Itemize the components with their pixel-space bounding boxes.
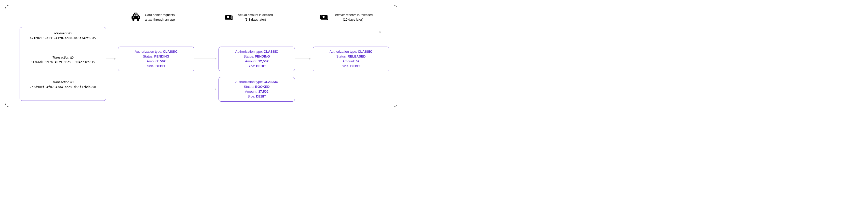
svg-point-11 (227, 16, 229, 18)
id-panel: Payment ID e21b8c16-a131-41f8-ab80-0e6f7… (20, 27, 106, 101)
event3-line1: Leftover reserve is released (333, 13, 373, 17)
transaction1-section: Transaction ID 31766d1-597a-4979-93d5-19… (20, 44, 106, 75)
auth-card-released: Authorization type: CLASSIC Status: RELE… (313, 46, 389, 71)
auth-card-debited: Authorization type: CLASSIC Status: PEND… (219, 46, 295, 71)
svg-point-13 (230, 18, 231, 18)
event-reserve-released: Leftover reserve is released (10 days la… (319, 12, 373, 22)
svg-point-8 (137, 19, 139, 21)
connector-arrow (194, 56, 219, 58)
connector-arrow (295, 56, 313, 58)
auth-card-booked: Authorization type: CLASSIC Status: BOOK… (219, 77, 295, 102)
svg-rect-4 (132, 16, 140, 19)
transaction1-label: Transaction ID (23, 55, 103, 60)
svg-rect-3 (136, 14, 137, 16)
svg-point-5 (133, 17, 134, 18)
svg-point-12 (225, 15, 226, 16)
transaction1-value: 31766d1-597a-4979-93d5-1904e73cb315 (23, 60, 103, 64)
payment-lifecycle-diagram: Payment ID e21b8c16-a131-41f8-ab80-0e6f7… (5, 5, 397, 107)
auth-card-initial: Authorization type: CLASSIC Status: PEND… (118, 46, 194, 71)
timeline-arrow (114, 29, 383, 31)
event1-line1: Card holder requests (145, 13, 175, 17)
payment-id-value: e21b8c16-a131-41f8-ab80-0e6f742f65a5 (23, 36, 103, 40)
svg-text:TAXI: TAXI (135, 13, 137, 14)
svg-point-6 (138, 17, 139, 18)
taxi-icon: TAXI (130, 12, 142, 22)
svg-point-7 (132, 19, 134, 21)
svg-point-18 (326, 18, 326, 18)
event-amount-debited: Actual amount is debited (1-3 days later… (223, 12, 273, 22)
payment-id-label: Payment ID (23, 31, 103, 36)
transaction2-label: Transaction ID (23, 80, 103, 85)
money-icon (223, 12, 234, 22)
money-icon (319, 12, 330, 22)
event2-line2: (1-3 days later) (238, 17, 273, 22)
svg-point-17 (321, 15, 322, 16)
connector-arrow (106, 86, 219, 88)
payment-id-section: Payment ID e21b8c16-a131-41f8-ab80-0e6f7… (20, 27, 106, 44)
event3-line2: (10 days later) (333, 17, 373, 22)
event1-line2: a taxi through an app (145, 17, 175, 22)
event2-line1: Actual amount is debited (238, 13, 273, 17)
transaction2-section: Transaction ID 7e5d90cf-4f87-43a4-aee5-d… (20, 75, 106, 94)
svg-point-16 (322, 16, 324, 18)
event-request-taxi: TAXI Card holder requests a taxi through… (130, 12, 175, 22)
connector-arrow (106, 56, 118, 58)
transaction2-value: 7e5d90cf-4f87-43a4-aee5-d53f17bdb258 (23, 85, 103, 89)
svg-rect-2 (134, 14, 135, 16)
